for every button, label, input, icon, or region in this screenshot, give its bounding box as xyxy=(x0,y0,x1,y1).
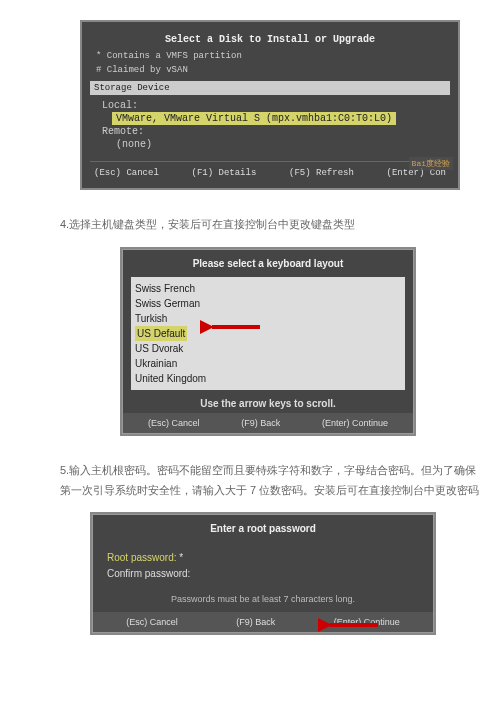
root-password-label: Root password: xyxy=(107,552,176,563)
f1-details[interactable]: (F1) Details xyxy=(192,168,257,178)
step5-caption: 5.输入主机根密码。密码不能留空而且要特殊字符和数字，字母结合密码。但为了确保第… xyxy=(60,461,480,501)
keyboard-list[interactable]: Swiss French Swiss German Turkish US Def… xyxy=(131,277,405,390)
section-password: Enter a root password Root password: * C… xyxy=(20,512,480,635)
kb-item-swiss-german[interactable]: Swiss German xyxy=(135,296,401,311)
keyboard-dialog-title: Please select a keyboard layout xyxy=(123,250,413,277)
storage-device-header: Storage Device xyxy=(90,81,450,95)
keyboard-footer: (Esc) Cancel (F9) Back (Enter) Continue xyxy=(123,413,413,433)
kb-item-turkish[interactable]: Turkish xyxy=(135,311,401,326)
kb-item-us-dvorak[interactable]: US Dvorak xyxy=(135,341,401,356)
kb-enter-continue[interactable]: (Enter) Continue xyxy=(322,418,388,428)
password-dialog-title: Enter a root password xyxy=(93,515,433,542)
password-footer: (Esc) Cancel (F9) Back (Enter) Continue xyxy=(93,612,433,632)
root-password-row: Root password: * xyxy=(107,550,419,566)
root-password-input[interactable]: * xyxy=(179,552,183,563)
step4-caption: 4.选择主机键盘类型，安装后可在直接控制台中更改键盘类型 xyxy=(60,215,480,235)
disk-footer: (Esc) Cancel (F1) Details (F5) Refresh (… xyxy=(90,161,450,180)
kb-item-us-default[interactable]: US Default xyxy=(135,326,187,341)
password-hint: Passwords must be at least 7 characters … xyxy=(93,590,433,612)
confirm-password-label: Confirm password: xyxy=(107,568,190,579)
pw-enter-continue[interactable]: (Enter) Continue xyxy=(334,617,400,627)
password-dialog-frame: Enter a root password Root password: * C… xyxy=(90,512,436,635)
kb-item-ukrainian[interactable]: Ukrainian xyxy=(135,356,401,371)
keyboard-dialog-frame: Please select a keyboard layout Swiss Fr… xyxy=(120,247,416,436)
storage-device-list: Local: VMware, VMware Virtual S (mpx.vmh… xyxy=(90,95,450,155)
f5-refresh[interactable]: (F5) Refresh xyxy=(289,168,354,178)
local-label: Local: xyxy=(98,99,442,112)
pw-f9-back[interactable]: (F9) Back xyxy=(236,617,275,627)
kb-item-swiss-french[interactable]: Swiss French xyxy=(135,281,401,296)
kb-esc-cancel[interactable]: (Esc) Cancel xyxy=(148,418,200,428)
remote-label: Remote: xyxy=(98,125,442,138)
section-disk-select: Select a Disk to Install or Upgrade * Co… xyxy=(20,20,480,190)
pw-esc-cancel[interactable]: (Esc) Cancel xyxy=(126,617,178,627)
vmfs-note: * Contains a VMFS partition xyxy=(90,49,450,63)
section-keyboard: Please select a keyboard layout Swiss Fr… xyxy=(20,247,480,436)
kb-f9-back[interactable]: (F9) Back xyxy=(241,418,280,428)
confirm-password-row: Confirm password: xyxy=(107,566,419,582)
esc-cancel[interactable]: (Esc) Cancel xyxy=(94,168,159,178)
kb-item-uk[interactable]: United Kingdom xyxy=(135,371,401,386)
watermark-badge: Bai度经验 xyxy=(409,157,453,170)
vsan-note: # Claimed by vSAN xyxy=(90,63,450,77)
local-disk-item[interactable]: VMware, VMware Virtual S (mpx.vmhba1:C0:… xyxy=(112,112,396,125)
disk-dialog-frame: Select a Disk to Install or Upgrade * Co… xyxy=(80,20,460,190)
keyboard-scroll-hint: Use the arrow keys to scroll. xyxy=(123,390,413,413)
remote-none: (none) xyxy=(112,138,442,151)
disk-dialog-title: Select a Disk to Install or Upgrade xyxy=(90,30,450,49)
